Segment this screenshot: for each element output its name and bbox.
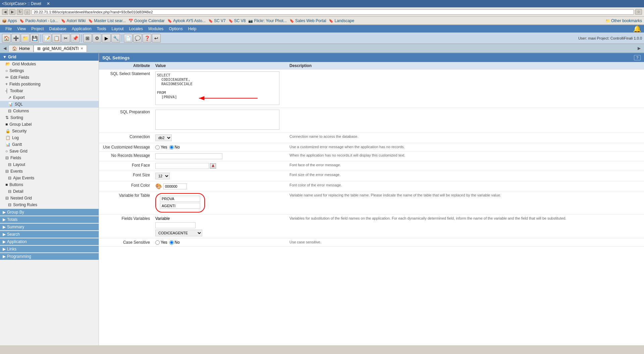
sidebar-group-by[interactable]: ▶ Group By (0, 209, 99, 216)
connection-select[interactable]: db2 (155, 134, 172, 141)
star-button[interactable]: ☆ (635, 9, 642, 15)
bookmark-7[interactable]: 🔖 SC V8 (228, 18, 246, 23)
sql-prep-input[interactable] (155, 110, 279, 130)
open-btn[interactable]: 📁 (21, 34, 30, 43)
edit-btn[interactable]: 📝 (43, 34, 51, 43)
bookmark-3[interactable]: 🔖 Master List sear... (88, 18, 126, 23)
copy-btn[interactable]: 📋 (52, 34, 61, 43)
sidebar-totals[interactable]: ▶ Totals (0, 216, 99, 223)
address-bar[interactable] (32, 9, 634, 15)
variable-table-input-2[interactable] (160, 203, 200, 209)
back-button[interactable]: ◀ (2, 9, 8, 15)
sidebar-item-group-label[interactable]: ■ Group Label (0, 121, 99, 128)
forward-button[interactable]: ▶ (9, 9, 15, 15)
menu-options[interactable]: Options (166, 26, 185, 32)
tab-grid[interactable]: ⊞ grid_MAXI_AGENTI ✕ (34, 45, 87, 52)
menu-database[interactable]: Database (47, 26, 69, 32)
sidebar-grid-header[interactable]: ▼ Grid (0, 53, 99, 61)
bookmark-5[interactable]: 🔖 Aylook AY5 Asto... (167, 18, 206, 23)
case-yes-label[interactable]: Yes (155, 240, 167, 245)
apps-bookmark[interactable]: 📦 Apps (2, 18, 17, 23)
customized-yes-radio[interactable] (155, 145, 160, 150)
sidebar-item-detail[interactable]: ⊟ Detail (0, 188, 99, 195)
menu-help[interactable]: Help (185, 26, 199, 32)
tab-grid-close[interactable]: ✕ (80, 47, 83, 50)
sidebar-item-sorting-rules[interactable]: ⊟ Sorting Rules (0, 201, 99, 208)
sidebar-item-ajax-events[interactable]: ⊟ Ajax Events (0, 175, 99, 181)
tab-next-button[interactable]: ▶ (636, 45, 643, 51)
sidebar-item-export[interactable]: ↗ Export (0, 94, 99, 101)
chat-btn[interactable]: 💬 (133, 34, 142, 43)
menu-view[interactable]: View (14, 26, 29, 32)
font-color-input[interactable] (163, 183, 187, 189)
case-no-label[interactable]: No (169, 240, 180, 245)
sidebar-search[interactable]: ▶ Search (0, 231, 99, 238)
sidebar-links[interactable]: ▶ Links (0, 246, 99, 252)
tab-home[interactable]: 🏠 Home (8, 45, 34, 52)
save-btn[interactable]: 💾 (30, 34, 39, 43)
close-icon[interactable]: ✕ (47, 1, 50, 6)
sidebar-application[interactable]: ▶ Application (0, 238, 99, 245)
customized-no-radio[interactable] (169, 145, 174, 150)
sidebar-programming[interactable]: ▶ Programming (0, 253, 99, 260)
sidebar-item-gantt[interactable]: 📊 Gantt (0, 141, 99, 148)
bookmark-4[interactable]: 📅 Google Calendar (128, 18, 165, 23)
font-face-input[interactable] (155, 163, 209, 169)
home-toolbar-btn[interactable]: 🏠 (2, 34, 11, 43)
font-icon-button[interactable]: A (210, 163, 216, 169)
settings-btn[interactable]: ⚙ (93, 34, 101, 43)
menu-project[interactable]: Project (29, 26, 46, 32)
bookmark-9[interactable]: 🔖 Sales Web Portal (289, 18, 326, 23)
new-btn[interactable]: ➕ (11, 34, 20, 43)
sidebar-item-security[interactable]: 🔒 Security (0, 128, 99, 134)
bookmark-6[interactable]: 🔖 SC V7 (208, 18, 226, 23)
bookmark-1[interactable]: 🔖 Paolo Astori - Lo... (19, 18, 58, 23)
cut-btn[interactable]: ✂ (61, 34, 70, 43)
sidebar-item-layout[interactable]: ⊟ Layout (0, 161, 99, 168)
font-size-select[interactable]: 12 (155, 173, 170, 179)
color-picker-icon[interactable]: 🎨 (155, 183, 162, 189)
menu-application[interactable]: Application (69, 26, 94, 32)
sidebar-item-settings[interactable]: ○ Settings (0, 67, 99, 74)
customized-no-label[interactable]: No (169, 145, 180, 150)
menu-locales[interactable]: Locales (126, 26, 146, 32)
help-content-btn[interactable]: ? (634, 55, 641, 60)
sidebar-item-toolbar[interactable]: ┤ Toolbar (0, 87, 99, 94)
sidebar-item-sorting[interactable]: ⇅ Sorting (0, 114, 99, 121)
menu-layout[interactable]: Layout (109, 26, 126, 32)
sidebar-item-grid-modules[interactable]: 📂 Grid Modules (0, 61, 99, 67)
menu-modules[interactable]: Modules (146, 26, 166, 32)
sidebar-item-log[interactable]: 📋 Log (0, 134, 99, 141)
sidebar-summary[interactable]: ▶ Summary (0, 224, 99, 230)
case-no-radio[interactable] (169, 240, 174, 245)
debug-btn[interactable]: 🔧 (111, 34, 120, 43)
other-bookmarks[interactable]: 📁 Other bookmarks (605, 18, 642, 23)
fields-variable-input[interactable] (155, 222, 196, 228)
sidebar-item-buttons[interactable]: ■ Buttons (0, 181, 99, 188)
bookmark-2[interactable]: 🔖 Astori Wiki (61, 18, 86, 23)
fields-variable-select[interactable]: CODICEAGENTE (155, 230, 202, 236)
sidebar-item-fields-positioning[interactable]: + Fields positioning (0, 81, 99, 87)
no-records-input[interactable] (155, 153, 222, 159)
bookmark-8[interactable]: 📷 Flickr: Your Phot... (248, 18, 286, 23)
sidebar-item-nested-grid[interactable]: ⊟ Nested Grid (0, 195, 99, 201)
sidebar-item-columns[interactable]: ⊟ Columns (0, 108, 99, 114)
sidebar-item-save-grid[interactable]: ○ Save Grid (0, 148, 99, 155)
refresh-button[interactable]: ↻ (17, 9, 23, 15)
help-toolbar-btn[interactable]: ❓ (143, 34, 151, 43)
sidebar-item-fields[interactable]: ⊟ Fields (0, 155, 99, 161)
tab-prev-button[interactable]: ◀ (1, 45, 8, 51)
bookmark-10[interactable]: 🔖 Landscape (329, 18, 354, 23)
back-toolbar-btn[interactable]: ↩ (152, 34, 161, 43)
case-yes-radio[interactable] (155, 240, 160, 245)
menu-tools[interactable]: Tools (94, 26, 109, 32)
home-nav-button[interactable]: ⌂ (24, 9, 30, 15)
sidebar-item-sql[interactable]: 📊 SQL (0, 101, 99, 108)
menu-file[interactable]: File (3, 26, 14, 32)
sidebar-item-edit-fields[interactable]: ✏ Edit Fields (0, 74, 99, 81)
grid-btn[interactable]: ⊞ (83, 34, 92, 43)
doc-btn[interactable]: 📄 (124, 34, 132, 43)
paste-btn[interactable]: 📌 (71, 34, 79, 43)
customized-yes-label[interactable]: Yes (155, 145, 167, 150)
run-btn[interactable]: ▶ (102, 34, 111, 43)
